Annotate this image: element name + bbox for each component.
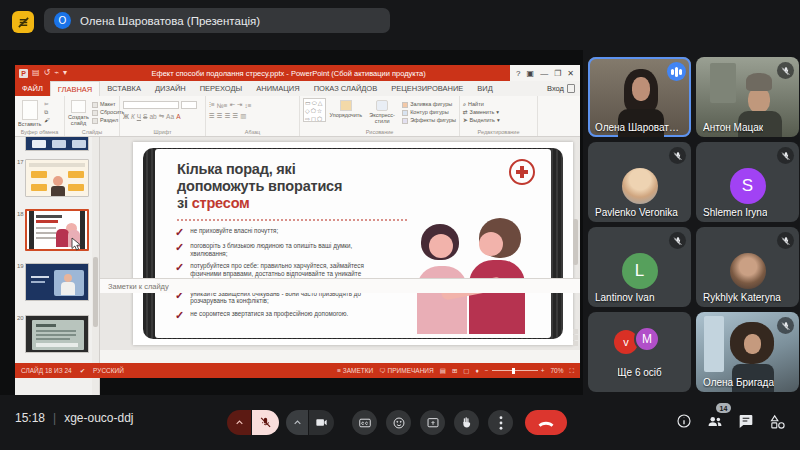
ppt-title-bar[interactable]: P ▤ ↺ ⌁ ▾ Ефект способи подолання стресу… xyxy=(15,65,580,81)
character-spacing-icon[interactable]: ⇋ xyxy=(159,112,164,120)
camera-options-chevron[interactable] xyxy=(286,410,308,435)
text-shadow-button[interactable]: ab xyxy=(149,113,156,120)
font-color-button[interactable]: А xyxy=(176,113,180,120)
tab-design[interactable]: ДИЗАЙН xyxy=(148,81,193,96)
line-spacing-icon[interactable]: ↕≡ xyxy=(245,102,252,109)
italic-button[interactable]: К xyxy=(131,113,135,120)
participant-tile-avatar[interactable]: S Shlemen Iryna xyxy=(696,142,799,222)
columns-icon[interactable]: ▥ xyxy=(240,112,246,120)
quick-styles-button[interactable]: Экспресс-стили xyxy=(365,98,399,127)
tab-file[interactable]: ФАЙЛ xyxy=(15,81,50,96)
notes-toggle[interactable]: ≡ ЗАМЕТКИ xyxy=(337,367,373,374)
tab-insert[interactable]: ВСТАВКА xyxy=(100,81,148,96)
replace-button[interactable]: ⇄Заменить ▾ xyxy=(463,109,500,116)
zoom-in-icon[interactable]: + xyxy=(541,367,545,374)
slide-canvas[interactable]: Кілька порад, які допоможуть впоратися з… xyxy=(133,142,573,345)
increase-indent-icon[interactable]: ⇥ xyxy=(237,101,242,109)
activities-button[interactable] xyxy=(768,412,786,430)
view-normal-icon[interactable]: ▤ xyxy=(440,367,446,375)
mic-options-chevron[interactable] xyxy=(227,410,251,435)
numbering-button[interactable]: №≡ xyxy=(217,102,228,109)
participant-tile-avatar[interactable]: Pavlenko Veronika xyxy=(588,142,691,222)
captions-button[interactable] xyxy=(352,410,377,435)
zoom-out-icon[interactable]: − xyxy=(485,367,489,374)
end-call-button[interactable] xyxy=(525,410,567,435)
shape-outline-button[interactable]: Контур фигуры xyxy=(402,109,456,116)
underline-button[interactable]: Ч xyxy=(137,113,141,120)
paste-button[interactable]: Вставить xyxy=(18,98,41,127)
font-size-combobox[interactable] xyxy=(181,101,197,109)
mic-muted-button[interactable] xyxy=(252,410,279,435)
people-panel-button[interactable]: 14 xyxy=(706,412,724,430)
presentation-alert-icon[interactable] xyxy=(12,11,34,33)
format-painter-icon[interactable]: 🖌 xyxy=(44,117,50,124)
save-icon[interactable]: ▤ xyxy=(32,69,40,77)
select-button[interactable]: ➤Выделить ▾ xyxy=(463,117,500,124)
participant-tile-video[interactable]: Олена Бригада xyxy=(696,312,799,392)
slide-thumbnail-16[interactable] xyxy=(25,137,89,151)
shape-effects-button[interactable]: Эффекты фигуры xyxy=(402,117,456,124)
reactions-button[interactable] xyxy=(386,410,411,435)
slide-thumbnail-20[interactable] xyxy=(25,315,89,353)
find-button[interactable]: ⌕Найти xyxy=(463,101,500,108)
justify-button[interactable]: ☰ xyxy=(232,112,238,120)
slide-notes-pane[interactable]: Заметки к слайду xyxy=(100,278,580,293)
language-label[interactable]: РУССКИЙ xyxy=(93,367,124,374)
help-icon[interactable]: ? xyxy=(516,69,520,78)
tab-review[interactable]: РЕЦЕНЗИРОВАНИЕ xyxy=(384,81,470,96)
slide-thumbnail-18-selected[interactable] xyxy=(25,209,89,251)
copy-icon[interactable]: ⧉ xyxy=(44,109,50,116)
camera-button[interactable] xyxy=(309,410,334,435)
view-slideshow-icon[interactable]: ♦ xyxy=(476,367,479,374)
zoom-level-label[interactable]: 70% xyxy=(550,367,563,374)
spellcheck-icon[interactable]: ✔ xyxy=(80,367,85,375)
meeting-details-button[interactable] xyxy=(675,412,693,430)
tab-transitions[interactable]: ПЕРЕХОДЫ xyxy=(193,81,250,96)
restore-icon[interactable]: ❐ xyxy=(554,69,561,78)
change-case-icon[interactable]: Аа xyxy=(166,113,174,120)
cut-icon[interactable]: ✂ xyxy=(44,101,50,108)
bullets-button[interactable]: ⁝≡ xyxy=(209,101,215,109)
tab-animations[interactable]: АНИМАЦИЯ xyxy=(249,81,306,96)
tab-home[interactable]: ГЛАВНАЯ xyxy=(50,81,100,96)
comments-toggle[interactable]: 🗨 ПРИМЕЧАНИЯ xyxy=(379,367,433,374)
more-options-button[interactable] xyxy=(488,410,513,435)
tab-view[interactable]: ВИД xyxy=(470,81,499,96)
close-icon[interactable]: ✕ xyxy=(567,69,574,78)
sign-in-button[interactable]: Вход xyxy=(547,81,580,96)
minimize-icon[interactable]: — xyxy=(540,69,548,78)
shape-fill-button[interactable]: Заливка фигуры xyxy=(402,101,456,108)
view-sorter-icon[interactable]: ⊞ xyxy=(452,367,457,375)
align-right-button[interactable]: ☰ xyxy=(225,112,231,120)
ribbon-options-icon[interactable]: ▣ xyxy=(527,69,535,78)
participant-tile-avatar[interactable]: Rykhlyk Kateryna xyxy=(696,227,799,307)
thumb-number-17: 17 xyxy=(17,159,24,165)
font-name-combobox[interactable] xyxy=(123,101,179,109)
participant-tile-video[interactable]: Антон Мацак xyxy=(696,57,799,137)
strikethrough-button[interactable]: S xyxy=(143,113,147,120)
shapes-gallery[interactable]: ▭⬭△◇⬠☆⇨◻ ⬡〇▱⌂◠⌒✦⊞ xyxy=(303,98,326,122)
zoom-slider[interactable]: − + xyxy=(485,367,545,374)
participant-tile-avatar[interactable]: L Lantinov Ivan xyxy=(588,227,691,307)
decrease-indent-icon[interactable]: ⇤ xyxy=(230,101,235,109)
slideshow-icon[interactable]: ⌁ xyxy=(54,69,59,77)
chat-panel-button[interactable] xyxy=(737,412,755,430)
arrange-button[interactable]: Упорядочить xyxy=(329,98,362,127)
presentation-tile-header[interactable]: O Олена Шароватова (Презентація) xyxy=(44,8,390,33)
view-reading-icon[interactable]: ▢ xyxy=(463,367,469,375)
present-screen-button[interactable] xyxy=(420,410,445,435)
participant-tile-video[interactable]: Олена Шароват… xyxy=(588,57,691,137)
slide-thumbnail-17[interactable] xyxy=(25,159,89,197)
align-center-button[interactable]: ☰ xyxy=(217,112,223,120)
bold-button[interactable]: Ж xyxy=(123,113,129,120)
slide-thumbnail-19[interactable] xyxy=(25,263,89,301)
overflow-participants-tile[interactable]: v M Ще 6 осіб xyxy=(588,312,691,392)
editor-scrollbar[interactable] xyxy=(573,141,579,346)
tab-slideshow[interactable]: ПОКАЗ СЛАЙДОВ xyxy=(307,81,385,96)
undo-icon[interactable]: ↺ xyxy=(44,69,51,77)
fit-to-window-icon[interactable]: ⛶ xyxy=(569,367,574,375)
new-slide-button[interactable]: Создать слайд xyxy=(68,98,89,127)
thumbnail-scrollbar[interactable] xyxy=(92,137,99,429)
raise-hand-button[interactable] xyxy=(454,410,479,435)
align-left-button[interactable]: ☰ xyxy=(209,112,215,120)
